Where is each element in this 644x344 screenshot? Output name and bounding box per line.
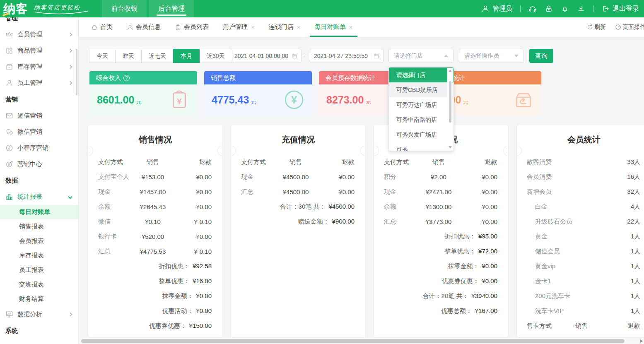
table-row: 银行卡 ¥520.00 ¥0.00: [88, 229, 222, 244]
sidebar-item-label: 员工报表: [19, 266, 44, 274]
chevron-right-icon: [68, 33, 72, 37]
admin-user-button[interactable]: 管理员: [481, 5, 512, 13]
headset-icon[interactable]: [528, 5, 537, 13]
stat-card-title: 会员预存数据统计: [326, 74, 375, 82]
sidebar-item[interactable]: 会员报表: [0, 234, 78, 248]
sidebar-item[interactable]: 营销中心: [0, 156, 78, 172]
sidebar-item[interactable]: 库存管理: [0, 59, 78, 75]
horizontal-scrollbar[interactable]: [79, 338, 644, 344]
sidebar-item[interactable]: 统计报表: [0, 189, 78, 205]
quick-range-button[interactable]: 昨天: [115, 49, 142, 63]
quick-range-button[interactable]: 今天: [89, 49, 116, 63]
sidebar-item[interactable]: 会员管理: [0, 26, 78, 43]
stat-card-title: 销售总额: [211, 74, 236, 82]
quick-range-button[interactable]: 本月: [173, 49, 200, 63]
close-tab-icon[interactable]: ×: [251, 24, 255, 31]
sidebar-item[interactable]: 员工管理: [0, 75, 78, 91]
store-option[interactable]: 可秀CBD娱乐店: [389, 82, 453, 97]
refresh-icon: [587, 24, 593, 30]
table-row: 积分 ¥2.00 ¥0.00: [374, 169, 508, 184]
page-tab[interactable]: 会员信息: [127, 17, 161, 37]
stat-row: 黄金 1人: [517, 229, 644, 244]
stat-card-icon: ¥: [284, 89, 304, 110]
close-tab-icon[interactable]: ×: [349, 24, 353, 31]
mode-tabs: 前台收银 后台管理: [102, 0, 196, 17]
sidebar-item[interactable]: 营销: [0, 91, 78, 108]
horizontal-scrollbar-thumb[interactable]: [81, 339, 625, 343]
page-tab-label: 首页: [100, 23, 113, 31]
store-select-value: 请选择门店: [394, 52, 423, 60]
refresh-button[interactable]: 刷新: [587, 24, 606, 31]
sidebar-item-icon: [5, 144, 13, 152]
page-tab[interactable]: 连锁门店 ×: [269, 17, 301, 37]
summary-row: 抹零金额：¥0.00: [88, 289, 222, 303]
sidebar-item[interactable]: 每日对账单: [0, 205, 78, 219]
topbar-divider: [593, 5, 593, 12]
report-panels: 销售情况 支付方式 销售 退款 支付宝个人 ¥153.00 ¥0.00 现金: [88, 124, 644, 338]
chevron-right-icon: [68, 65, 72, 69]
date-start-input[interactable]: 2021-04-01 00:00:00: [230, 49, 301, 63]
sidebar-item[interactable]: 交班报表: [0, 277, 78, 292]
page-tab[interactable]: 会员列表: [175, 17, 209, 37]
sidebar-item[interactable]: 库存报表: [0, 248, 78, 263]
sidebar-item-icon: [5, 193, 13, 201]
page-tab[interactable]: 每日对账单 ×: [315, 17, 353, 37]
store-option[interactable]: 可秀: [389, 142, 453, 151]
mode-tab[interactable]: 后台管理: [149, 0, 194, 17]
sidebar-item-icon: [5, 47, 13, 55]
stat-card-title: 综合收入: [96, 74, 121, 82]
sidebar-item-icon: [5, 31, 13, 38]
sidebar-item-label: 统计报表: [17, 193, 42, 201]
panel-sales: 销售情况 支付方式 销售 退款 支付宝个人 ¥153.00 ¥0.00 现金: [88, 124, 223, 338]
stat-row: 200元洗车卡 1人: [517, 289, 644, 303]
scroll-right-icon[interactable]: [640, 339, 643, 343]
store-option[interactable]: 可秀兴发广场店: [389, 127, 453, 142]
page-ops-button[interactable]: 页面操作: [615, 24, 644, 31]
page-tab[interactable]: 用户管理 ×: [223, 17, 255, 37]
sidebar-item[interactable]: 短信营销: [0, 108, 78, 124]
logout-button[interactable]: 退出登录: [601, 5, 639, 13]
page-tab[interactable]: 首页: [91, 17, 113, 37]
sidebar-item[interactable]: 商品管理: [0, 43, 78, 59]
table-row: 余额 ¥2645.43 ¥0.00: [88, 199, 222, 214]
sidebar-scrollbar[interactable]: [76, 49, 77, 95]
bell-icon[interactable]: [561, 5, 569, 13]
dropdown-scrollbar[interactable]: [447, 68, 453, 150]
quick-range-button[interactable]: 近七天: [141, 49, 174, 63]
lock-icon[interactable]: [545, 5, 553, 13]
stat-card-icon: [513, 89, 534, 110]
stat-card-value: 4775.43: [212, 94, 249, 106]
stat-card-value: 8601.00: [97, 94, 134, 106]
operator-select-value: 请选择操作员: [464, 52, 499, 60]
sidebar-item[interactable]: 销售报表: [0, 219, 78, 234]
topbar: 纳客 纳客管店更轻松 前台收银 后台管理 管理员: [0, 0, 644, 17]
panel-consume: 消费情况 支付方式 销售 退款 积分 ¥2.00 ¥0.00 现金: [374, 124, 509, 338]
store-option[interactable]: 请选择门店: [389, 67, 453, 82]
mode-tab[interactable]: 前台收银: [102, 0, 147, 17]
sidebar-item[interactable]: 财务结算: [0, 292, 78, 306]
sidebar-item[interactable]: 数据: [0, 172, 78, 189]
summary-row: 合计：20笔 共：¥3940.00: [374, 289, 508, 303]
search-button[interactable]: 查询: [529, 49, 553, 63]
sidebar-item[interactable]: 员工报表: [0, 263, 78, 277]
sidebar-item-icon: [5, 128, 13, 136]
store-option[interactable]: 可秀中南路的店: [389, 112, 453, 127]
tagline-swoosh-line: [34, 11, 89, 15]
quick-range-button[interactable]: 近30天: [199, 49, 232, 63]
store-select[interactable]: 请选择门店: [388, 49, 453, 63]
scroll-up-icon[interactable]: [449, 70, 452, 72]
dropdown-scrollbar-thumb[interactable]: [449, 81, 451, 123]
store-option[interactable]: 可秀万达广场店: [389, 97, 453, 112]
topbar-actions: 管理员 退出登录: [481, 5, 644, 13]
sidebar-item[interactable]: 系统: [0, 322, 78, 339]
sidebar-item[interactable]: 微信营销: [0, 124, 78, 140]
operator-select[interactable]: 请选择操作员: [459, 49, 524, 63]
download-icon[interactable]: [577, 5, 585, 13]
sidebar-item[interactable]: 小程序营销: [0, 140, 78, 156]
close-tab-icon[interactable]: ×: [297, 24, 301, 31]
help-icon[interactable]: ?: [123, 75, 130, 81]
sidebar-item[interactable]: 数据分析: [0, 306, 78, 322]
scroll-down-icon[interactable]: [449, 146, 452, 149]
sidebar-item[interactable]: 管理: [0, 17, 78, 26]
date-end-input[interactable]: 2021-04-27 23:59:59: [310, 49, 384, 63]
